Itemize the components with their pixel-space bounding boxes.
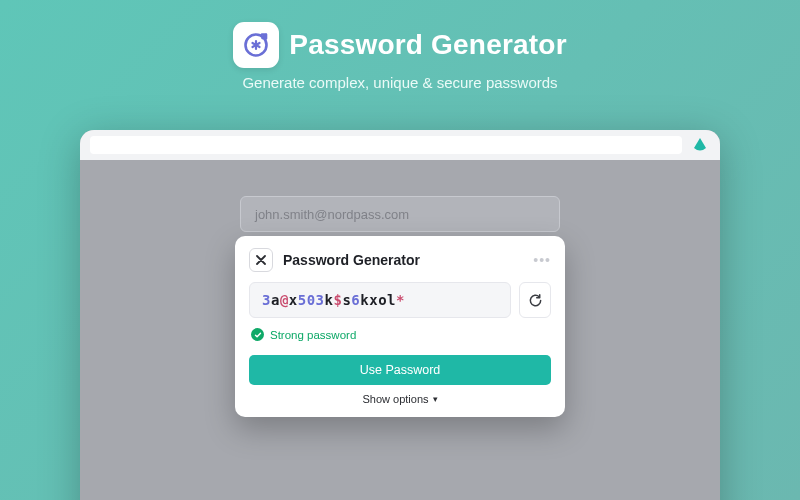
email-field[interactable]: john.smith@nordpass.com	[240, 196, 560, 232]
show-options-toggle[interactable]: Show options ▾	[249, 393, 551, 405]
popup-title: Password Generator	[283, 252, 420, 268]
close-button[interactable]	[249, 248, 273, 272]
browser-window: john.smith@nordpass.com Password Generat…	[80, 130, 720, 500]
hero-subtitle: Generate complex, unique & secure passwo…	[0, 74, 800, 91]
browser-viewport: john.smith@nordpass.com Password Generat…	[80, 160, 720, 500]
chevron-down-icon: ▾	[433, 394, 438, 404]
url-bar[interactable]	[90, 136, 682, 154]
regenerate-button[interactable]	[519, 282, 551, 318]
hero-header: Password Generator Generate complex, uni…	[0, 0, 800, 91]
more-icon[interactable]: •••	[533, 252, 551, 268]
hero-title: Password Generator	[289, 29, 566, 61]
check-icon	[251, 328, 264, 341]
browser-toolbar	[80, 130, 720, 160]
strength-indicator: Strong password	[251, 328, 549, 341]
use-password-button[interactable]: Use Password	[249, 355, 551, 385]
app-logo-icon	[233, 22, 279, 68]
extension-icon[interactable]	[690, 135, 710, 155]
generated-password[interactable]: 3a@x503k$s6kxol*	[249, 282, 511, 318]
strength-label: Strong password	[270, 329, 356, 341]
password-generator-popup: Password Generator ••• 3a@x503k$s6kxol* …	[235, 236, 565, 417]
show-options-label: Show options	[362, 393, 428, 405]
